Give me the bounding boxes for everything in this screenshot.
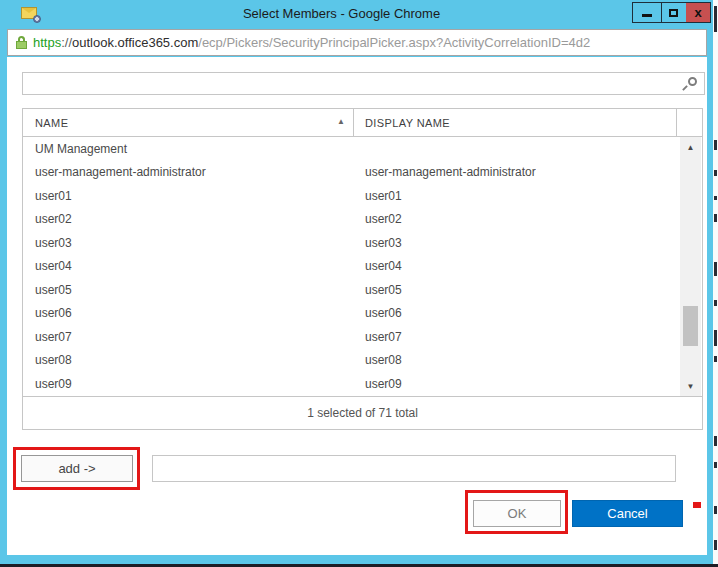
gear-overlay-icon <box>33 15 41 23</box>
titlebar: Select Members - Google Chrome x <box>0 0 713 28</box>
member-name-cell: user05 <box>23 283 353 297</box>
minimize-button[interactable] <box>632 2 662 23</box>
close-button[interactable]: x <box>686 2 711 23</box>
screen: Select Members - Google Chrome x https :… <box>0 0 718 567</box>
cancel-button[interactable]: Cancel <box>572 500 683 527</box>
member-display-name-cell: user04 <box>353 259 402 273</box>
member-display-name-cell: user06 <box>353 306 402 320</box>
scroll-down-icon[interactable]: ▼ <box>680 378 701 394</box>
member-name-cell: user07 <box>23 330 353 344</box>
table-row[interactable]: user07 user07 <box>23 325 677 349</box>
table-row[interactable]: user09 user09 <box>23 372 677 396</box>
table-row[interactable]: user03 user03 <box>23 231 677 255</box>
mail-envelope-icon <box>21 7 39 21</box>
member-name-cell: user06 <box>23 306 353 320</box>
dialog-content: NAME ▲ DISPLAY NAME UM Management user-m… <box>7 57 707 555</box>
member-name-cell: user04 <box>23 259 353 273</box>
add-button[interactable]: add -> <box>21 455 133 482</box>
ssl-lock-icon[interactable] <box>16 36 27 49</box>
table-row[interactable]: user05 user05 <box>23 278 677 302</box>
url-domain: outlook.office365.com <box>72 35 198 50</box>
member-list: NAME ▲ DISPLAY NAME UM Management user-m… <box>22 108 703 430</box>
list-header: NAME ▲ DISPLAY NAME <box>23 109 702 137</box>
member-display-name-cell: user05 <box>353 283 402 297</box>
member-rows: UM Management user-management-administra… <box>23 137 677 396</box>
column-header-name[interactable]: NAME <box>35 117 68 129</box>
column-divider <box>676 109 677 136</box>
member-name-cell: UM Management <box>23 142 353 156</box>
search-box <box>22 72 705 95</box>
table-row[interactable]: user08 user08 <box>23 349 677 373</box>
list-scrollbar[interactable]: ▲ ▼ <box>680 137 701 396</box>
column-header-display-name[interactable]: DISPLAY NAME <box>365 117 450 129</box>
scroll-up-icon[interactable]: ▲ <box>680 139 701 155</box>
member-display-name-cell: user08 <box>353 353 402 367</box>
search-icon[interactable] <box>683 77 697 91</box>
address-bar[interactable]: https :// outlook.office365.com /ecp/Pic… <box>7 29 707 56</box>
chrome-popup-window: Select Members - Google Chrome x https :… <box>0 0 713 565</box>
member-display-name-cell: user02 <box>353 212 402 226</box>
member-name-cell: user08 <box>23 353 353 367</box>
member-display-name-cell: user07 <box>353 330 402 344</box>
table-row[interactable]: user04 user04 <box>23 255 677 279</box>
member-display-name-cell: user01 <box>353 189 402 203</box>
member-name-cell: user03 <box>23 236 353 250</box>
maximize-icon <box>669 9 678 17</box>
scrollbar-thumb[interactable] <box>683 306 698 346</box>
member-display-name-cell: user03 <box>353 236 402 250</box>
close-icon: x <box>694 5 701 20</box>
background-edge-artifact <box>713 0 718 567</box>
member-display-name-cell: user09 <box>353 377 402 391</box>
window-title: Select Members - Google Chrome <box>60 6 623 21</box>
member-name-cell: user01 <box>23 189 353 203</box>
table-row[interactable]: UM Management <box>23 137 677 161</box>
member-name-cell: user02 <box>23 212 353 226</box>
maximize-button[interactable] <box>661 2 687 23</box>
url-scheme: https <box>33 35 61 50</box>
table-row[interactable]: user02 user02 <box>23 208 677 232</box>
selection-status: 1 selected of 71 total <box>23 396 702 429</box>
table-row[interactable]: user01 user01 <box>23 184 677 208</box>
member-display-name-cell: user-management-administrator <box>353 165 536 179</box>
selected-members-input[interactable] <box>152 455 676 482</box>
column-divider <box>353 109 354 136</box>
annotation-marker <box>693 502 701 508</box>
sort-ascending-icon: ▲ <box>337 117 345 126</box>
member-name-cell: user09 <box>23 377 353 391</box>
table-row[interactable]: user-management-administrator user-manag… <box>23 161 677 185</box>
search-input[interactable] <box>23 73 704 94</box>
url-path: /ecp/Pickers/SecurityPrincipalPicker.asp… <box>198 35 590 50</box>
ok-button[interactable]: OK <box>473 500 561 527</box>
url-separator: :// <box>61 35 72 50</box>
minimize-icon <box>642 14 652 17</box>
table-row[interactable]: user06 user06 <box>23 302 677 326</box>
member-name-cell: user-management-administrator <box>23 165 353 179</box>
